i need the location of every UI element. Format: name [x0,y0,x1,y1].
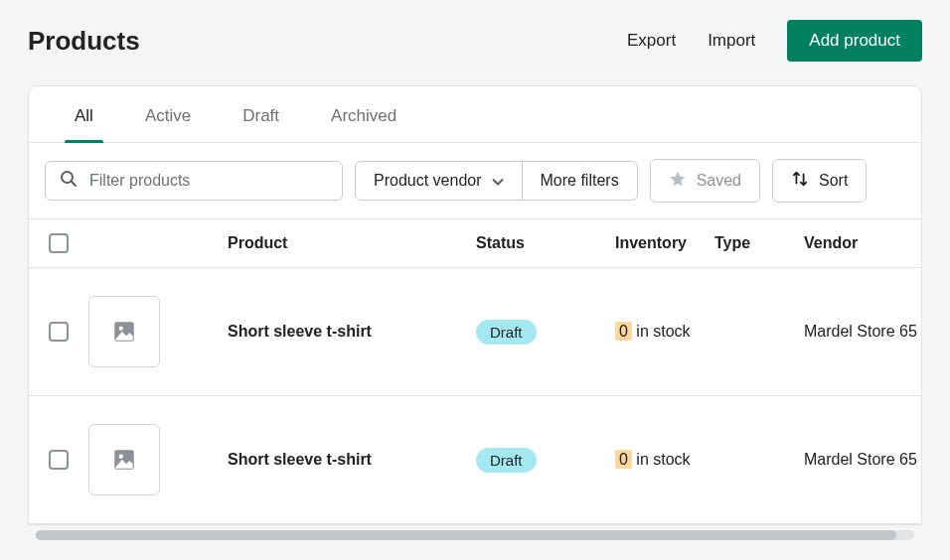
select-all-checkbox[interactable] [49,233,69,253]
filter-products-input[interactable] [45,161,343,201]
sort-label: Sort [819,172,848,190]
col-inventory: Inventory [615,234,714,252]
table-row[interactable]: Short sleeve t-shirt Draft 0 in stock Ma… [29,396,921,524]
add-product-button[interactable]: Add product [787,20,922,62]
tab-archived[interactable]: Archived [305,86,422,142]
search-icon [59,169,79,193]
svg-point-5 [119,455,123,459]
status-badge: Draft [476,448,537,473]
table-header: Product Status Inventory Type Vendor [29,218,921,268]
row-checkbox[interactable] [49,322,69,342]
status-badge: Draft [476,320,537,345]
vendor-filter-label: Product vendor [374,172,482,190]
star-icon [669,170,687,192]
product-thumbnail [88,424,160,495]
tab-all[interactable]: All [49,86,119,142]
col-type: Type [714,234,804,252]
page-title: Products [28,26,140,57]
product-thumbnail [88,296,160,367]
col-vendor: Vendor [804,234,922,252]
svg-point-3 [119,327,123,331]
vendor-cell: Mardel Store 65 [804,323,922,341]
caret-down-icon [492,172,504,190]
saved-label: Saved [697,172,741,190]
row-checkbox[interactable] [49,450,69,470]
inventory-cell: 0 in stock [615,323,714,341]
export-link[interactable]: Export [627,31,676,51]
horizontal-scrollbar[interactable] [36,530,914,540]
saved-searches-button[interactable]: Saved [650,159,760,203]
import-link[interactable]: Import [708,31,755,51]
tab-active[interactable]: Active [119,86,217,142]
product-vendor-filter[interactable]: Product vendor [355,161,523,201]
sort-icon [791,170,809,192]
more-filters-button[interactable]: More filters [523,161,638,201]
tab-draft[interactable]: Draft [217,86,305,142]
vendor-cell: Mardel Store 65 [804,451,922,469]
product-name: Short sleeve t-shirt [228,323,476,341]
tabs: All Active Draft Archived [29,86,921,143]
col-product: Product [228,234,476,252]
table-row[interactable]: Short sleeve t-shirt Draft 0 in stock Ma… [29,268,921,396]
svg-line-1 [72,182,76,186]
inventory-cell: 0 in stock [615,451,714,469]
product-name: Short sleeve t-shirt [228,451,476,469]
sort-button[interactable]: Sort [772,159,867,203]
col-status: Status [476,234,615,252]
